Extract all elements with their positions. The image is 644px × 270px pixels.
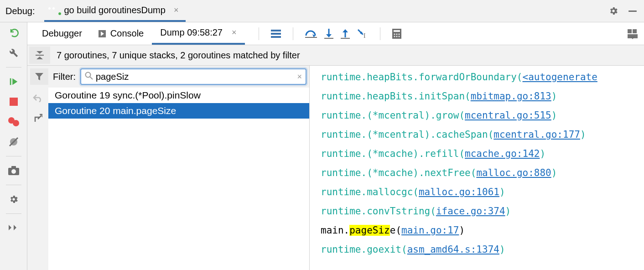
view-breakpoints-icon[interactable] bbox=[8, 116, 20, 128]
settings-icon[interactable] bbox=[8, 193, 20, 205]
goroutine-list[interactable]: Goroutine 19 sync.(*Pool).pinSlow Gorout… bbox=[48, 88, 309, 270]
close-icon[interactable]: × bbox=[174, 5, 179, 15]
stack-frame: runtime.heapBits.forwardOrBoundary(<auto… bbox=[321, 68, 644, 87]
stack-trace-panel: runtime.heapBits.forwardOrBoundary(<auto… bbox=[310, 66, 644, 270]
run-config-tab[interactable]: go build goroutinesDump × bbox=[44, 0, 186, 22]
debugger-subtabs: Debugger Console Dump 09:58:27 × bbox=[27, 22, 644, 45]
svg-point-21 bbox=[396, 33, 397, 35]
svg-point-3 bbox=[13, 120, 19, 126]
run-config-name: go build goroutinesDump bbox=[64, 5, 166, 16]
filter-input-wrapper[interactable]: × bbox=[80, 68, 306, 85]
filter-icon[interactable] bbox=[30, 68, 48, 85]
step-out-icon[interactable] bbox=[341, 29, 350, 39]
clear-icon[interactable]: × bbox=[297, 72, 302, 82]
wrench-icon[interactable] bbox=[8, 47, 20, 59]
stack-frame: runtime.goexit(asm_amd64.s:1374) bbox=[321, 240, 644, 259]
tab-console[interactable]: Console bbox=[90, 22, 152, 45]
svg-rect-11 bbox=[271, 36, 281, 38]
svg-point-23 bbox=[394, 36, 395, 37]
more-icon[interactable] bbox=[8, 222, 20, 234]
svg-rect-1 bbox=[10, 98, 18, 106]
tab-debugger[interactable]: Debugger bbox=[34, 22, 90, 45]
tab-debugger-label: Debugger bbox=[42, 28, 82, 39]
svg-point-8 bbox=[11, 169, 16, 174]
debug-title-bar: Debug: go build goroutinesDump × bbox=[0, 0, 644, 22]
run-to-cursor-icon[interactable]: I bbox=[357, 29, 368, 39]
svg-point-22 bbox=[398, 33, 400, 35]
stack-frame: runtime.(*mcentral).grow(mcentral.go:515… bbox=[321, 106, 644, 125]
svg-rect-0 bbox=[10, 78, 11, 85]
tab-dump[interactable]: Dump 09:58:27 × bbox=[152, 22, 244, 45]
camera-icon[interactable] bbox=[8, 165, 20, 177]
stack-frame: runtime.(*mcache).nextFree(malloc.go:880… bbox=[321, 163, 644, 182]
export-icon[interactable] bbox=[32, 112, 44, 124]
close-icon[interactable]: × bbox=[232, 28, 237, 37]
svg-point-25 bbox=[398, 36, 400, 37]
svg-text:I: I bbox=[364, 32, 366, 39]
stack-frame: runtime.heapBits.initSpan(mbitmap.go:813… bbox=[321, 87, 644, 106]
step-over-icon[interactable] bbox=[305, 29, 317, 38]
source-link[interactable]: <autogenerate bbox=[523, 72, 597, 83]
source-link[interactable]: malloc.go:880 bbox=[476, 167, 551, 178]
svg-point-20 bbox=[394, 33, 395, 35]
minimize-icon[interactable] bbox=[627, 5, 639, 17]
source-link[interactable]: asm_amd64.s:1374 bbox=[407, 244, 499, 255]
source-link[interactable]: iface.go:374 bbox=[436, 206, 505, 217]
show-frames-icon[interactable] bbox=[271, 30, 281, 38]
filter-input[interactable] bbox=[96, 72, 294, 82]
svg-rect-7 bbox=[11, 166, 16, 168]
debugger-left-toolbar bbox=[0, 22, 27, 270]
step-into-icon[interactable] bbox=[324, 29, 333, 39]
filter-label: Filter: bbox=[53, 72, 76, 82]
svg-rect-19 bbox=[394, 30, 400, 32]
source-link[interactable]: main.go:17 bbox=[401, 225, 459, 236]
tab-dump-label: Dump 09:58:27 bbox=[160, 27, 223, 38]
source-link[interactable]: mbitmap.go:813 bbox=[471, 91, 551, 102]
svg-rect-10 bbox=[271, 33, 281, 35]
source-link[interactable]: malloc.go:1061 bbox=[419, 187, 499, 197]
gear-icon[interactable] bbox=[608, 5, 619, 17]
source-link[interactable]: mcentral.go:177 bbox=[493, 129, 580, 140]
goroutines-panel: Filter: × bbox=[27, 66, 310, 270]
calculator-icon[interactable] bbox=[392, 29, 401, 39]
goroutine-status-bar: 7 goroutines, 7 unique stacks, 2 gorouti… bbox=[27, 45, 644, 66]
svg-point-27 bbox=[86, 72, 91, 77]
goroutine-item[interactable]: Goroutine 19 sync.(*Pool).pinSlow bbox=[48, 88, 309, 103]
svg-line-28 bbox=[90, 77, 93, 79]
resume-icon[interactable] bbox=[8, 76, 20, 88]
tab-console-label: Console bbox=[110, 28, 144, 39]
stack-frame: main.pageSize(main.go:17) bbox=[321, 221, 644, 240]
debug-label: Debug: bbox=[5, 6, 35, 16]
svg-point-24 bbox=[396, 36, 397, 37]
status-text: 7 goroutines, 7 unique stacks, 2 gorouti… bbox=[57, 50, 300, 61]
stop-icon[interactable] bbox=[8, 96, 20, 108]
console-icon bbox=[99, 30, 106, 37]
goroutine-item[interactable]: Goroutine 20 main.pageSize bbox=[48, 103, 309, 119]
collapse-icon[interactable] bbox=[29, 47, 50, 64]
search-icon bbox=[85, 72, 93, 82]
mute-breakpoints-icon[interactable] bbox=[8, 136, 20, 148]
source-link[interactable]: mcentral.go:515 bbox=[465, 110, 551, 121]
layout-settings-icon[interactable] bbox=[628, 29, 638, 38]
gopher-icon bbox=[52, 5, 61, 15]
goroutine-mini-toolbar bbox=[27, 88, 48, 270]
rerun-icon[interactable] bbox=[8, 27, 20, 39]
stack-frame: runtime.(*mcache).refill(mcache.go:142) bbox=[321, 144, 644, 163]
stack-frame: runtime.convTstring(iface.go:374) bbox=[321, 202, 644, 221]
undo-icon[interactable] bbox=[32, 92, 44, 104]
svg-rect-9 bbox=[271, 30, 281, 31]
stack-frame: runtime.mallocgc(malloc.go:1061) bbox=[321, 182, 644, 202]
stack-frame: runtime.(*mcentral).cacheSpan(mcentral.g… bbox=[321, 125, 644, 144]
source-link[interactable]: mcache.go:142 bbox=[465, 148, 540, 159]
